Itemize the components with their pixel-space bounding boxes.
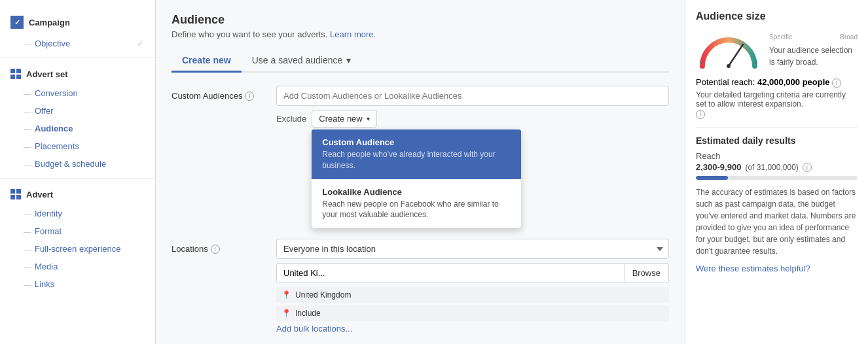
chevron-down-icon: ▾ (367, 115, 370, 122)
advert-label: Advert (26, 190, 53, 199)
sidebar-campaign-header[interactable]: ✓ Campaign (0, 10, 155, 34)
reach-bar-fill (696, 176, 728, 180)
est-daily-title: Estimated daily results (696, 135, 858, 146)
sidebar-item-offer[interactable]: Offer (0, 102, 155, 120)
location-tag-include: 📍 Include (276, 305, 669, 321)
chevron-down-icon: ▾ (346, 55, 351, 65)
create-new-dropdown-menu: Custom Audience Reach people who've alre… (312, 129, 521, 228)
reach-bar-background (696, 176, 858, 180)
browse-button[interactable]: Browse (624, 263, 669, 283)
custom-audiences-label: Custom Audiences i (172, 86, 276, 101)
sidebar-advert-set-header[interactable]: Advert set (0, 63, 155, 84)
sidebar: ✓ Campaign Objective ✓ Advert set Conver… (0, 0, 156, 344)
exclude-row: Exclude Create new ▾ Custom Audience Rea… (276, 110, 669, 128)
page-subtitle: Define who you want to see your adverts.… (172, 29, 669, 39)
audience-size-title: Audience size (696, 10, 858, 22)
right-panel: Audience size S B (685, 0, 868, 344)
pin-icon: 📍 (281, 290, 291, 300)
location-search: Browse (276, 263, 669, 283)
est-note: The accuracy of estimates is based on fa… (696, 186, 858, 257)
sidebar-item-media[interactable]: Media (0, 258, 155, 275)
reach-bar-wrap (696, 176, 858, 180)
sidebar-item-objective[interactable]: Objective ✓ (0, 34, 155, 52)
gauge: S B (696, 30, 761, 69)
sidebar-item-conversion[interactable]: Conversion (0, 84, 155, 102)
est-reach-label: Reach (696, 151, 858, 161)
potential-reach-info-icon[interactable]: i (832, 78, 841, 88)
pin-icon-2: 📍 (281, 309, 291, 318)
potential-reach-section: Potential reach: 42,000,000 people i You… (696, 77, 858, 119)
custom-audiences-info-icon[interactable]: i (245, 92, 254, 101)
add-bulk-locations-link[interactable]: Add bulk locations... (276, 324, 669, 334)
sidebar-item-placements[interactable]: Placements (0, 137, 155, 155)
locations-control: Everyone in this location Browse 📍 Unite… (276, 239, 669, 334)
location-tag-uk: 📍 United Kingdom (276, 287, 669, 303)
sidebar-item-audience[interactable]: Audience (0, 120, 155, 137)
gauge-description: Specific Broad Your audience selection i… (769, 32, 858, 68)
targeting-info-icon[interactable]: i (696, 110, 705, 119)
gauge-description-text: Your audience selection is fairly broad. (769, 46, 852, 67)
sidebar-item-links[interactable]: Links (0, 275, 155, 293)
tab-saved-audience[interactable]: Use a saved audience ▾ (242, 50, 362, 73)
main-content: Audience Define who you want to see your… (156, 0, 685, 344)
tabs: Create new Use a saved audience ▾ (172, 50, 669, 73)
sidebar-item-fullscreen[interactable]: Full-screen experience (0, 240, 155, 258)
sidebar-item-identity[interactable]: Identity (0, 205, 155, 222)
create-new-dropdown-wrap: Create new ▾ Custom Audience Reach peopl… (312, 110, 376, 128)
objective-label: Objective (35, 39, 70, 48)
gauge-specific-label: Specific (769, 32, 792, 42)
everyone-select[interactable]: Everyone in this location (276, 239, 669, 259)
advert-set-icon (10, 69, 21, 79)
reach-of-value: (of 31,000,000) (745, 163, 798, 172)
targeting-note: Your detailed targeting criteria are cur… (696, 90, 858, 109)
dropdown-item-custom-audience[interactable]: Custom Audience Reach people who've alre… (312, 129, 521, 179)
create-new-button[interactable]: Create new ▾ (312, 110, 376, 128)
page-title: Audience (172, 13, 669, 27)
locations-label: Locations i (172, 239, 276, 254)
custom-audience-desc: Reach people who've already interacted w… (322, 149, 511, 171)
est-reach-value: 2,300-9,900 (696, 162, 741, 172)
sidebar-item-budget-schedule[interactable]: Budget & schedule (0, 155, 155, 173)
campaign-label: Campaign (29, 18, 70, 27)
locations-row: Locations i Everyone in this location Br… (172, 239, 669, 334)
gauge-broad-label: Broad (840, 32, 858, 42)
potential-reach-label: Potential reach: (696, 77, 755, 87)
svg-text:B: B (754, 60, 757, 65)
learn-more-link[interactable]: Learn more. (330, 29, 376, 39)
svg-text:S: S (699, 60, 702, 65)
helpful-link[interactable]: Were these estimates helpful? (696, 264, 810, 273)
exclude-label: Exclude (276, 114, 306, 124)
advert-icon (10, 189, 21, 199)
lookalike-title: Lookalike Audience (322, 187, 511, 197)
gauge-container: S B Specific Broad Your audience selecti… (696, 30, 858, 69)
location-input[interactable] (276, 263, 624, 283)
svg-point-1 (727, 64, 731, 68)
reach-info-icon[interactable]: i (803, 163, 812, 172)
objective-check: ✓ (137, 38, 145, 48)
custom-audiences-control: Exclude Create new ▾ Custom Audience Rea… (276, 86, 669, 128)
custom-audience-title: Custom Audience (322, 137, 511, 147)
potential-reach-value: 42,000,000 people (757, 77, 830, 87)
svg-line-0 (729, 44, 743, 66)
sidebar-item-format[interactable]: Format (0, 222, 155, 240)
locations-info-icon[interactable]: i (211, 245, 220, 254)
dropdown-item-lookalike[interactable]: Lookalike Audience Reach new people on F… (312, 179, 521, 229)
sidebar-advert-header[interactable]: Advert (0, 184, 155, 205)
advert-set-label: Advert set (26, 69, 68, 79)
lookalike-desc: Reach new people on Facebook who are sim… (322, 199, 511, 221)
custom-audiences-input[interactable] (276, 86, 669, 106)
custom-audiences-row: Custom Audiences i Exclude Create new ▾ … (172, 86, 669, 128)
tab-create-new[interactable]: Create new (172, 50, 242, 73)
